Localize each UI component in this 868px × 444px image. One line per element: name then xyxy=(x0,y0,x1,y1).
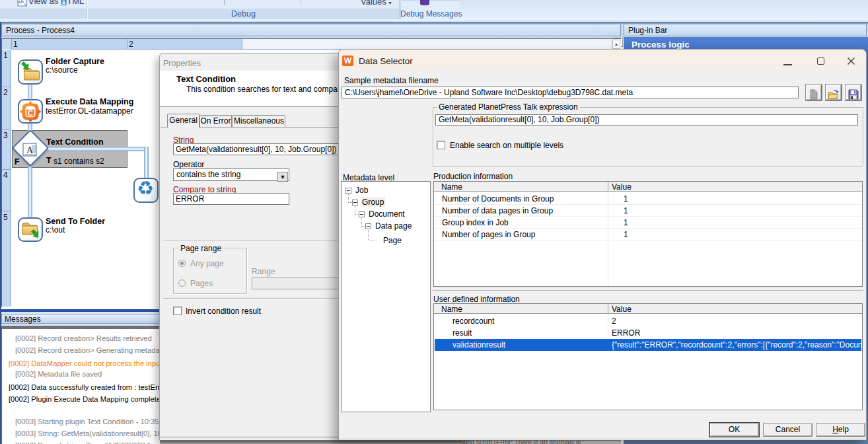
svg-text:C: C xyxy=(28,109,33,117)
